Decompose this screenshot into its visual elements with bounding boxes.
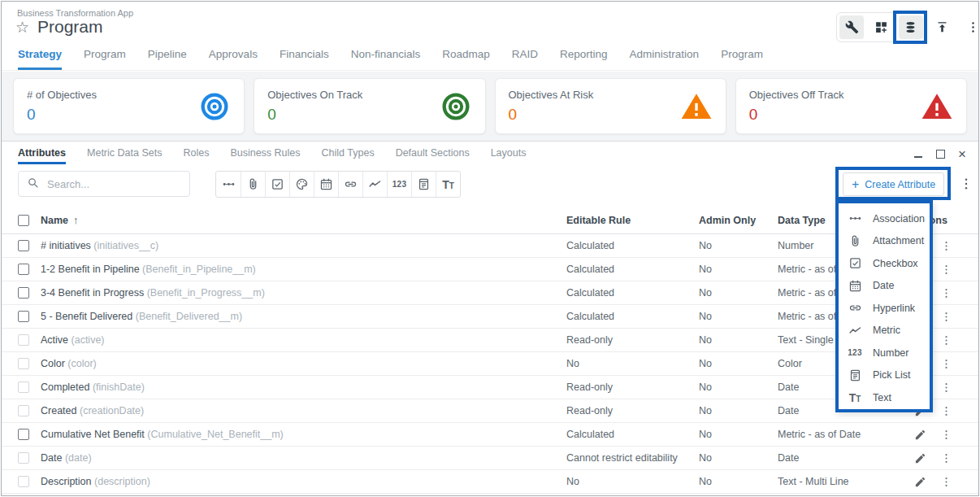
filter-color-icon[interactable]: [289, 172, 314, 197]
main-tab-strategy[interactable]: Strategy: [18, 48, 62, 70]
target-icon: [198, 90, 231, 123]
page-title: Program: [37, 17, 103, 37]
main-tab-approvals[interactable]: Approvals: [209, 48, 258, 70]
row-checkbox: [18, 334, 29, 346]
customize-layout-button[interactable]: [869, 15, 893, 39]
editable-rule: Read-only: [566, 405, 699, 416]
app-window: Business Transformation App ☆ Program St…: [1, 1, 979, 496]
row-menu-icon[interactable]: [940, 452, 952, 464]
main-tab-financials[interactable]: Financials: [280, 48, 329, 70]
main-tab-program[interactable]: Program: [721, 48, 763, 70]
wrench-icon: [845, 20, 859, 34]
menu-item-number[interactable]: 123 Number: [839, 342, 930, 364]
filter-attachment-icon[interactable]: [241, 172, 265, 197]
row-checkbox[interactable]: [18, 240, 29, 251]
attribute-type-filter-group: 123TT: [215, 171, 461, 198]
menu-item-metric[interactable]: Metric: [839, 320, 930, 342]
main-tab-administration[interactable]: Administration: [630, 48, 700, 70]
main-tab-non-financials[interactable]: Non-financials: [351, 48, 421, 70]
filter-date-icon[interactable]: [314, 172, 338, 197]
editable-rule: Calculated: [566, 287, 699, 299]
attribute-code: (active): [72, 334, 105, 346]
row-menu-icon[interactable]: [940, 476, 952, 488]
row-menu-icon[interactable]: [940, 358, 952, 370]
panel-tab-default-sections[interactable]: Default Sections: [396, 142, 470, 164]
row-checkbox[interactable]: [18, 264, 29, 275]
attribute-name: Date: [41, 452, 62, 464]
row-checkbox: [18, 452, 29, 464]
kebab-icon: [966, 20, 980, 34]
panel-tab-bar: AttributesMetric Data SetsRolesBusiness …: [2, 142, 978, 164]
kpi-card: Objectives Off Track 0: [735, 78, 967, 134]
filter-metric-icon[interactable]: [362, 172, 387, 197]
filter-text-icon[interactable]: TT: [436, 172, 460, 197]
main-tab-reporting[interactable]: Reporting: [560, 48, 608, 70]
admin-only: No: [699, 358, 778, 369]
attribute-code: (initiatives__c): [93, 240, 158, 251]
select-all-checkbox[interactable]: [18, 215, 29, 226]
row-menu-icon[interactable]: [940, 381, 952, 394]
menu-item-checkbox[interactable]: Checkbox: [839, 252, 930, 275]
row-checkbox: [18, 381, 29, 393]
hyperlink-icon: [848, 301, 862, 315]
menu-item-hyperlink[interactable]: Hyperlink: [839, 297, 930, 320]
configure-button[interactable]: [839, 15, 864, 39]
filter-picklist-icon[interactable]: [411, 172, 436, 197]
filter-number-icon[interactable]: 123: [387, 172, 411, 197]
search-input[interactable]: [46, 177, 181, 191]
row-menu-icon[interactable]: [940, 264, 952, 276]
row-menu-icon[interactable]: [940, 334, 952, 347]
panel-tab-attributes[interactable]: Attributes: [18, 142, 66, 164]
main-tab-roadmap[interactable]: Roadmap: [442, 48, 490, 70]
row-checkbox[interactable]: [18, 311, 29, 322]
header-action-group: [836, 12, 926, 42]
menu-item-attachment[interactable]: Attachment: [839, 230, 930, 253]
menu-item-association[interactable]: Association: [839, 207, 930, 230]
editable-rule: Read-only: [566, 334, 699, 346]
more-options-button[interactable]: [964, 15, 979, 39]
filter-checkbox-icon[interactable]: [265, 172, 289, 197]
column-header-admin-only[interactable]: Admin Only: [699, 215, 778, 226]
minimize-icon[interactable]: [913, 148, 924, 159]
picklist-icon: [848, 368, 862, 382]
column-header-editable-rule[interactable]: Editable Rule: [566, 215, 699, 226]
panel-tab-child-types[interactable]: Child Types: [322, 142, 375, 164]
panel-tab-metric-data-sets[interactable]: Metric Data Sets: [87, 142, 162, 164]
main-tab-raid[interactable]: RAID: [512, 48, 538, 70]
filter-hyperlink-icon[interactable]: [338, 172, 362, 197]
panel-more-options-button[interactable]: [959, 177, 973, 191]
kpi-cards: # of Objectives 0 Objectives On Track 0 …: [2, 72, 978, 141]
row-checkbox[interactable]: [18, 429, 29, 440]
maximize-icon[interactable]: [934, 148, 946, 159]
attribute-code: (Cumulative_Net_Benefit__m): [147, 429, 283, 440]
menu-item-pick-list[interactable]: Pick List: [839, 364, 930, 387]
close-icon[interactable]: ×: [956, 148, 968, 159]
row-menu-icon[interactable]: [940, 405, 952, 417]
menu-item-text[interactable]: TT Text: [839, 386, 930, 409]
column-header-name[interactable]: Name↑: [41, 215, 566, 226]
row-menu-icon[interactable]: [940, 287, 952, 299]
row-menu-icon[interactable]: [940, 311, 952, 323]
admin-only: No: [699, 311, 778, 322]
panel-tab-layouts[interactable]: Layouts: [491, 142, 527, 164]
panel-tab-roles[interactable]: Roles: [183, 142, 209, 164]
favorite-star-icon[interactable]: ☆: [15, 20, 29, 35]
edit-pencil-icon[interactable]: [914, 476, 926, 488]
row-checkbox[interactable]: [18, 287, 29, 299]
warning-icon: [921, 90, 953, 123]
data-sets-button[interactable]: [899, 15, 923, 39]
create-attribute-button[interactable]: + Create Attribute: [843, 172, 944, 196]
data-type: Date: [778, 452, 910, 464]
filter-association-icon[interactable]: [216, 172, 241, 197]
row-menu-icon[interactable]: [940, 240, 952, 252]
attribute-name: 1-2 Benefit in Pipeline: [41, 264, 140, 275]
main-tab-pipeline[interactable]: Pipeline: [148, 48, 187, 70]
upload-button[interactable]: [933, 15, 951, 39]
edit-pencil-icon[interactable]: [914, 452, 926, 464]
panel-tab-business-rules[interactable]: Business Rules: [230, 142, 300, 164]
menu-item-date[interactable]: Date: [839, 275, 930, 298]
main-tab-program[interactable]: Program: [84, 48, 126, 70]
edit-pencil-icon[interactable]: [914, 429, 926, 441]
create-attribute-menu: Association Attachment Checkbox Date Hyp…: [835, 200, 933, 412]
row-menu-icon[interactable]: [940, 429, 952, 441]
